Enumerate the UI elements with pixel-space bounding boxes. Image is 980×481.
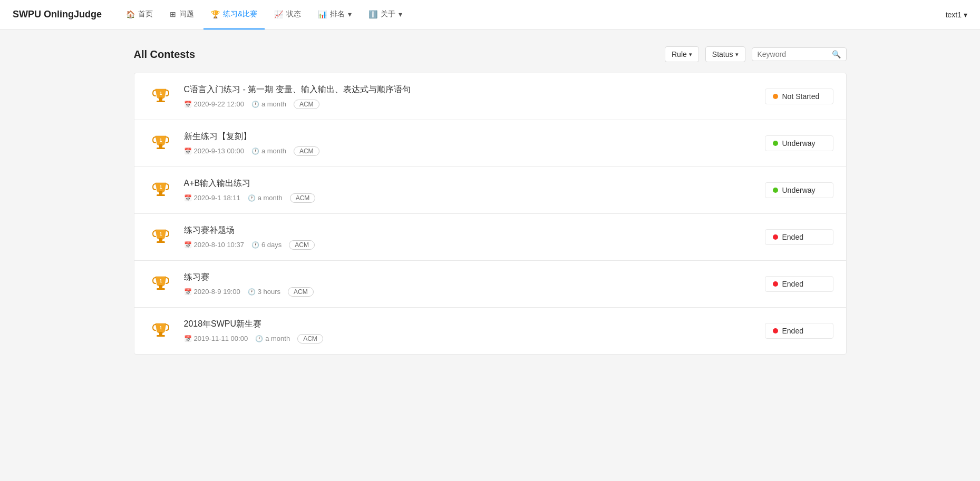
contest-duration: a month	[265, 335, 290, 342]
date-meta: 📅 2020-9-13 00:00	[184, 147, 244, 155]
status-filter[interactable]: Status	[705, 46, 745, 62]
contest-info: 新生练习【复刻】 📅 2020-9-13 00:00 🕐 a month ACM	[184, 131, 765, 156]
nav-item-about[interactable]: ℹ️ 关于 ▾	[361, 0, 410, 30]
calendar-icon: 📅	[184, 288, 192, 296]
contest-duration: a month	[261, 100, 286, 108]
contest-title: 练习赛补题场	[184, 225, 765, 236]
svg-rect-0	[159, 97, 162, 101]
contest-info: C语言入门练习 - 第一期 变量、输入输出、表达式与顺序语句 📅 2020-9-…	[184, 84, 765, 109]
rule-badge: ACM	[288, 287, 314, 297]
svg-rect-1	[157, 101, 165, 102]
contest-meta: 📅 2020-9-1 18:11 🕐 a month ACM	[184, 193, 765, 203]
calendar-icon: 📅	[184, 148, 192, 155]
user-dropdown-icon: ▾	[964, 11, 967, 19]
username: text1	[946, 11, 962, 19]
contest-row[interactable]: 1 2018年SWPU新生赛 📅 2019-11-11 00:00 🕐 a mo…	[134, 308, 846, 354]
status-text: Not Started	[782, 92, 820, 101]
status-dot	[773, 94, 778, 99]
trophy-icon: 1	[150, 273, 171, 295]
nav-label-problems: 问题	[179, 9, 194, 19]
grid-icon: ⊞	[170, 10, 176, 18]
brand: SWPU OnlingJudge	[13, 9, 102, 20]
contest-row[interactable]: 1 A+B输入输出练习 📅 2020-9-1 18:11 🕐 a month A…	[134, 167, 846, 214]
rule-filter[interactable]: Rule	[665, 46, 699, 62]
contest-row[interactable]: 1 C语言入门练习 - 第一期 变量、输入输出、表达式与顺序语句 📅 2020-…	[134, 73, 846, 120]
contest-info: A+B输入输出练习 📅 2020-9-1 18:11 🕐 a month ACM	[184, 178, 765, 203]
contest-duration: a month	[258, 194, 283, 202]
trophy-wrap: 1	[147, 223, 174, 251]
svg-text:1: 1	[159, 138, 162, 143]
status-dot	[773, 328, 778, 333]
trophy-icon: 1	[150, 320, 171, 341]
date-meta: 📅 2020-8-10 10:37	[184, 241, 244, 249]
duration-meta: 🕐 a month	[255, 335, 290, 342]
nav-label-status: 状态	[286, 9, 301, 19]
svg-rect-10	[157, 241, 165, 243]
contest-row[interactable]: 1 练习赛 📅 2020-8-9 19:00 🕐 3 hours ACM	[134, 261, 846, 308]
nav-item-status[interactable]: 📈 状态	[267, 0, 308, 30]
contest-info: 练习赛 📅 2020-8-9 19:00 🕐 3 hours ACM	[184, 272, 765, 297]
clock-icon: 🕐	[251, 241, 259, 249]
contest-row[interactable]: 1 新生练习【复刻】 📅 2020-9-13 00:00 🕐 a month A…	[134, 120, 846, 167]
filter-right: Rule Status 🔍	[665, 46, 847, 62]
calendar-icon: 📅	[184, 101, 192, 108]
calendar-icon: 📅	[184, 194, 192, 202]
contest-title: C语言入门练习 - 第一期 变量、输入输出、表达式与顺序语句	[184, 84, 765, 95]
nav-item-home[interactable]: 🏠 首页	[119, 0, 160, 30]
svg-rect-7	[157, 194, 165, 196]
trophy-wrap: 1	[147, 176, 174, 204]
chart-icon: 📈	[274, 10, 283, 18]
contest-row[interactable]: 1 练习赛补题场 📅 2020-8-10 10:37 🕐 6 days ACM	[134, 214, 846, 261]
status-dot	[773, 188, 778, 193]
contest-duration: 3 hours	[258, 288, 280, 296]
trophy-icon: 1	[150, 227, 171, 248]
status-text: Underway	[782, 186, 816, 194]
nav-item-contests[interactable]: 🏆 练习&比赛	[203, 0, 265, 30]
status-text: Ended	[782, 233, 803, 241]
calendar-icon: 📅	[184, 335, 192, 342]
status-dot	[773, 141, 778, 146]
date-meta: 📅 2019-11-11 00:00	[184, 335, 248, 342]
page-title: All Contests	[134, 48, 665, 61]
status-dot	[773, 234, 778, 240]
status-filter-label: Status	[712, 50, 733, 58]
contest-meta: 📅 2020-8-10 10:37 🕐 6 days ACM	[184, 240, 765, 250]
nav-items: 🏠 首页 ⊞ 问题 🏆 练习&比赛 📈 状态 📊 排名 ▾ ℹ️ 关于 ▾	[119, 0, 946, 30]
clock-icon: 🕐	[248, 288, 256, 296]
trophy-icon: 1	[150, 180, 171, 201]
contest-meta: 📅 2020-9-13 00:00 🕐 a month ACM	[184, 146, 765, 156]
nav-label-contests: 练习&比赛	[223, 9, 257, 19]
rule-badge: ACM	[294, 100, 319, 109]
search-icon: 🔍	[832, 50, 841, 58]
home-icon: 🏠	[126, 10, 135, 18]
contest-duration: 6 days	[261, 241, 282, 249]
contest-date: 2020-8-9 19:00	[194, 288, 240, 296]
contest-date: 2019-11-11 00:00	[194, 335, 248, 342]
contest-date: 2020-9-1 18:11	[194, 194, 240, 202]
svg-text:1: 1	[159, 325, 162, 330]
user-menu[interactable]: text1 ▾	[946, 11, 967, 19]
trophy-wrap: 1	[147, 83, 174, 110]
rule-badge: ACM	[297, 334, 323, 343]
nav-item-rank[interactable]: 📊 排名 ▾	[311, 0, 359, 30]
rule-filter-label: Rule	[672, 50, 687, 58]
clock-icon: 🕐	[251, 101, 259, 108]
nav-right: text1 ▾	[946, 11, 967, 19]
svg-rect-3	[159, 144, 162, 148]
contest-title: 2018年SWPU新生赛	[184, 319, 765, 330]
duration-meta: 🕐 a month	[251, 100, 286, 108]
duration-meta: 🕐 3 hours	[248, 288, 280, 296]
main-content: All Contests Rule Status 🔍	[121, 30, 859, 371]
trophy-wrap: 1	[147, 317, 174, 345]
clock-icon: 🕐	[248, 194, 256, 202]
svg-rect-15	[159, 332, 162, 335]
navbar: SWPU OnlingJudge 🏠 首页 ⊞ 问题 🏆 练习&比赛 📈 状态 …	[0, 0, 980, 30]
search-input[interactable]	[758, 50, 829, 58]
clock-icon: 🕐	[251, 148, 259, 155]
contest-date: 2020-9-22 12:00	[194, 100, 244, 108]
svg-rect-16	[157, 335, 165, 337]
search-box: 🔍	[752, 47, 847, 61]
nav-item-problems[interactable]: ⊞ 问题	[162, 0, 201, 30]
date-meta: 📅 2020-8-9 19:00	[184, 288, 240, 296]
duration-meta: 🕐 a month	[248, 194, 283, 202]
